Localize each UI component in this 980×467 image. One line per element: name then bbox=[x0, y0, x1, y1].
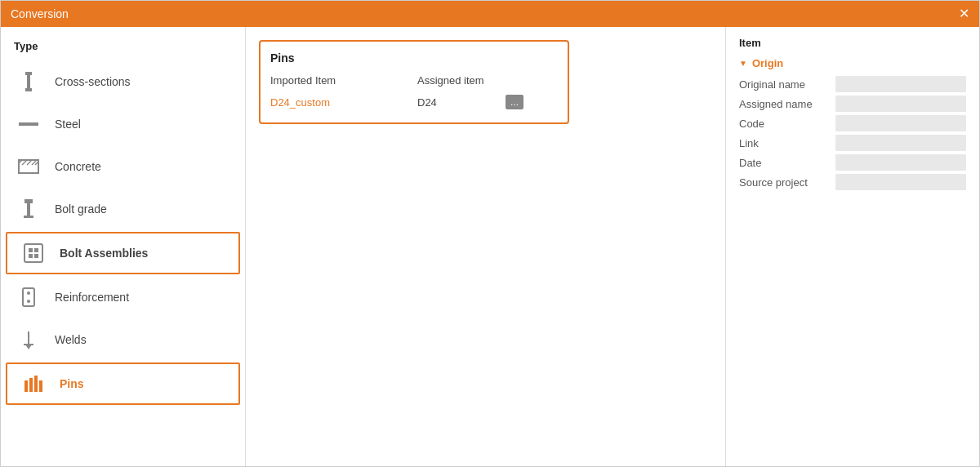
svg-rect-16 bbox=[29, 254, 33, 258]
welds-label: Welds bbox=[55, 333, 87, 346]
field-label-date: Date bbox=[739, 157, 829, 169]
concrete-label: Concrete bbox=[55, 160, 101, 173]
sidebar: Type Cross-sections bbox=[1, 27, 246, 466]
col-assigned-header: Assigned item bbox=[417, 73, 499, 91]
imported-item-cell: D24_custom bbox=[270, 91, 417, 113]
svg-rect-26 bbox=[34, 376, 38, 392]
field-value-date bbox=[835, 154, 966, 171]
steel-icon bbox=[16, 111, 42, 137]
field-label-code: Code bbox=[739, 118, 829, 130]
concrete-icon bbox=[16, 153, 42, 180]
svg-rect-1 bbox=[27, 75, 30, 88]
field-value-original-name bbox=[835, 76, 966, 92]
center-panel: Pins Imported Item Assigned item D24_cus… bbox=[246, 27, 726, 466]
svg-rect-17 bbox=[34, 254, 38, 258]
pins-label: Pins bbox=[60, 377, 84, 390]
table-row: D24_custom D24 ... bbox=[270, 91, 558, 113]
origin-row-source-project: Source project bbox=[739, 174, 966, 190]
origin-header[interactable]: ▼ Origin bbox=[739, 57, 966, 69]
origin-row-date: Date bbox=[739, 154, 966, 171]
bolt-grade-label: Bolt grade bbox=[55, 202, 107, 216]
svg-rect-14 bbox=[29, 248, 33, 252]
origin-row-link: Link bbox=[739, 135, 966, 151]
origin-row-code: Code bbox=[739, 115, 966, 131]
svg-rect-10 bbox=[24, 199, 33, 203]
close-button[interactable]: ✕ bbox=[959, 7, 969, 20]
svg-point-19 bbox=[27, 291, 30, 295]
ellipsis-button[interactable]: ... bbox=[506, 95, 523, 109]
svg-rect-18 bbox=[23, 288, 34, 306]
svg-rect-12 bbox=[24, 216, 33, 218]
svg-marker-23 bbox=[25, 345, 32, 349]
svg-rect-24 bbox=[24, 380, 28, 392]
svg-rect-27 bbox=[39, 380, 42, 392]
sidebar-item-concrete[interactable]: Concrete bbox=[1, 145, 245, 188]
sidebar-item-bolt-assemblies[interactable]: Bolt Assemblies bbox=[6, 232, 240, 274]
pins-table-container: Pins Imported Item Assigned item D24_cus… bbox=[259, 40, 569, 124]
sidebar-item-bolt-grade[interactable]: Bolt grade bbox=[1, 188, 245, 230]
sidebar-item-pins[interactable]: Pins bbox=[6, 362, 240, 405]
steel-label: Steel bbox=[55, 118, 81, 131]
origin-row-assigned-name: Assigned name bbox=[739, 96, 966, 112]
field-label-original-name: Original name bbox=[739, 78, 829, 91]
svg-rect-2 bbox=[25, 88, 32, 91]
cross-section-icon bbox=[16, 69, 42, 95]
pins-table-title: Pins bbox=[270, 51, 558, 64]
field-label-assigned-name: Assigned name bbox=[739, 98, 829, 110]
cross-sections-label: Cross-sections bbox=[55, 75, 131, 88]
window-title: Conversion bbox=[11, 7, 69, 20]
svg-rect-0 bbox=[25, 72, 32, 75]
sidebar-item-steel[interactable]: Steel bbox=[1, 103, 245, 145]
svg-rect-13 bbox=[24, 244, 42, 262]
main-content: Type Cross-sections bbox=[1, 27, 979, 466]
conversion-window: Conversion ✕ Type Cross-sections bbox=[0, 0, 980, 467]
right-panel: Item ▼ Origin Original name Assigned nam… bbox=[726, 27, 979, 466]
field-label-link: Link bbox=[739, 137, 829, 149]
origin-section: ▼ Origin Original name Assigned name Cod… bbox=[739, 57, 966, 190]
sidebar-header: Type bbox=[1, 37, 245, 60]
sidebar-item-welds[interactable]: Welds bbox=[1, 318, 245, 361]
pins-icon bbox=[20, 371, 47, 397]
svg-rect-15 bbox=[34, 248, 38, 252]
field-value-code bbox=[835, 115, 966, 131]
svg-rect-3 bbox=[19, 122, 38, 126]
svg-rect-25 bbox=[29, 378, 33, 392]
sidebar-item-cross-sections[interactable]: Cross-sections bbox=[1, 60, 245, 103]
origin-row-original-name: Original name bbox=[739, 76, 966, 92]
field-label-source-project: Source project bbox=[739, 176, 829, 189]
bolt-assemblies-label: Bolt Assemblies bbox=[60, 247, 148, 260]
pins-table: Imported Item Assigned item D24_custom D… bbox=[270, 73, 558, 113]
reinforcement-label: Reinforcement bbox=[55, 291, 129, 304]
right-panel-title: Item bbox=[739, 37, 966, 49]
field-value-assigned-name bbox=[835, 96, 966, 112]
bolt-grade-icon bbox=[16, 196, 42, 222]
bolt-assemblies-icon bbox=[20, 240, 47, 266]
welds-icon bbox=[16, 327, 42, 353]
field-value-source-project bbox=[835, 174, 966, 190]
field-value-link bbox=[835, 135, 966, 151]
sidebar-item-reinforcement[interactable]: Reinforcement bbox=[1, 276, 245, 318]
reinforcement-icon bbox=[16, 284, 42, 310]
origin-label: Origin bbox=[752, 57, 783, 69]
svg-point-20 bbox=[27, 300, 30, 303]
origin-rows: Original name Assigned name Code Link bbox=[739, 76, 966, 190]
title-bar: Conversion ✕ bbox=[1, 1, 979, 27]
assigned-item-cell: D24 bbox=[417, 91, 499, 113]
origin-arrow-icon: ▼ bbox=[739, 59, 747, 68]
col-imported-header: Imported Item bbox=[270, 73, 417, 91]
